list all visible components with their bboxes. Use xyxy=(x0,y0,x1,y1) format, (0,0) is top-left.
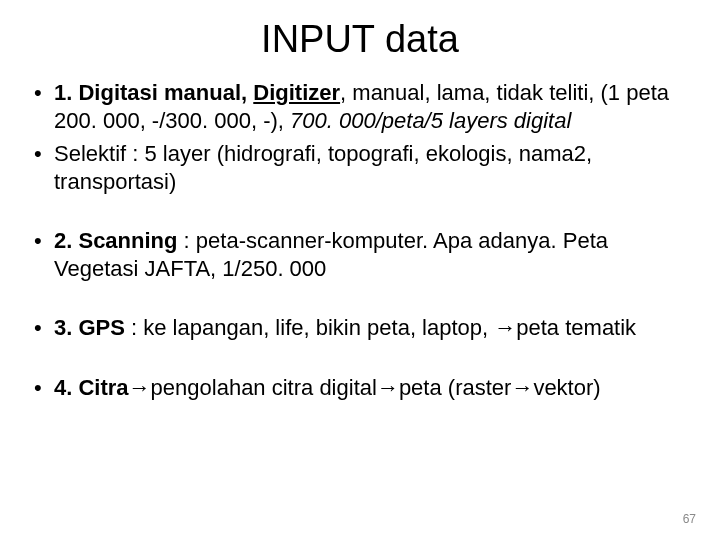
item-4-rest-c: vektor) xyxy=(533,375,600,400)
arrow-icon: → xyxy=(494,315,516,340)
item-1-lead: 1. Digitasi manual, xyxy=(54,80,253,105)
item-2-lead: 2. Scanning xyxy=(54,228,177,253)
list-item: 3. GPS : ke lapangan, life, bikin peta, … xyxy=(34,314,690,342)
arrow-icon: → xyxy=(129,375,151,400)
arrow-icon: → xyxy=(511,375,533,400)
item-3-rest-a: : ke lapangan, life, bikin peta, laptop, xyxy=(125,315,494,340)
list-item: 4. Citra→pengolahan citra digital→peta (… xyxy=(34,374,690,402)
list-item: 2. Scanning : peta-scanner-komputer. Apa… xyxy=(34,227,690,282)
item-1-underline: Digitizer xyxy=(253,80,340,105)
item-4-lead: 4. Citra xyxy=(54,375,129,400)
bullet-list: 2. Scanning : peta-scanner-komputer. Apa… xyxy=(34,227,690,282)
slide-title: INPUT data xyxy=(30,18,690,61)
item-3-rest-b: peta tematik xyxy=(516,315,636,340)
arrow-icon: → xyxy=(377,375,399,400)
item-4-rest-a: pengolahan citra digital xyxy=(151,375,377,400)
item-1b-text: Selektif : 5 layer (hidrografi, topograf… xyxy=(54,141,592,194)
bullet-list: 1. Digitasi manual, Digitizer, manual, l… xyxy=(34,79,690,195)
list-item: Selektif : 5 layer (hidrografi, topograf… xyxy=(34,140,690,195)
bullet-list: 4. Citra→pengolahan citra digital→peta (… xyxy=(34,374,690,402)
item-3-lead: 3. GPS xyxy=(54,315,125,340)
item-4-rest-b: peta (raster xyxy=(399,375,512,400)
list-item: 1. Digitasi manual, Digitizer, manual, l… xyxy=(34,79,690,134)
bullet-list: 3. GPS : ke lapangan, life, bikin peta, … xyxy=(34,314,690,342)
item-1-italic: 700. 000/peta/5 layers digital xyxy=(290,108,571,133)
slide: INPUT data 1. Digitasi manual, Digitizer… xyxy=(0,0,720,540)
page-number: 67 xyxy=(683,512,696,526)
